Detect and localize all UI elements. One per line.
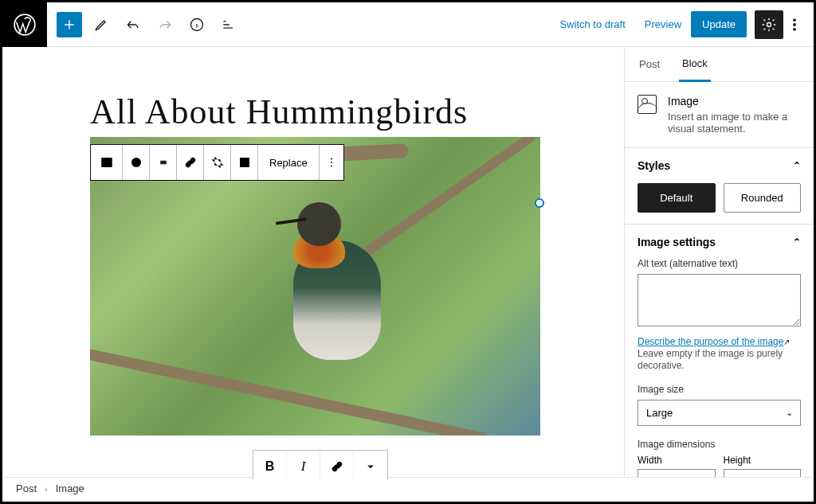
sidebar-tabs: Post Block [625,47,814,82]
text-overlay-button[interactable] [231,145,258,180]
style-rounded-button[interactable]: Rounded [724,183,802,213]
caption-more-button[interactable] [354,451,387,479]
style-default-button[interactable]: Default [638,183,716,213]
link-button[interactable] [177,145,204,180]
image-block[interactable] [90,137,540,436]
drag-icon [129,155,143,170]
crop-button[interactable] [204,145,231,180]
styles-label: Styles [638,159,670,172]
caption-toolbar: B I [253,450,388,479]
svg-point-3 [794,18,796,21]
plus-icon [61,17,77,33]
tab-block[interactable]: Block [679,47,711,82]
block-description-panel: Image Insert an image to make a visual s… [625,82,814,148]
editor-canvas[interactable]: All About Hummingbirds Replace [2,47,624,479]
document-toolbar [57,12,241,37]
image-size-label: Image size [638,384,801,395]
update-button[interactable]: Update [691,11,747,37]
chevron-up-icon: ⌃ [793,160,801,171]
crop-icon [210,155,225,170]
styles-heading[interactable]: Styles ⌃ [638,159,801,172]
outline-button[interactable] [216,12,241,37]
tab-post[interactable]: Post [636,47,663,82]
more-vertical-icon [787,17,802,33]
settings-button[interactable] [755,10,783,39]
svg-point-13 [331,166,332,167]
alt-help-text: Leave empty if the image is purely decor… [638,348,783,371]
svg-point-12 [331,162,332,163]
image-icon [638,95,657,114]
pencil-icon [93,17,109,33]
svg-rect-9 [160,161,167,165]
chevron-up-icon: ⌃ [793,236,801,248]
breadcrumb-post[interactable]: Post [16,483,37,494]
text-over-image-icon [237,155,252,170]
edit-mode-button[interactable] [88,12,114,37]
breadcrumb-image[interactable]: Image [56,483,84,494]
add-block-button[interactable] [57,12,82,37]
editor-main: All About Hummingbirds Replace [2,47,814,479]
breadcrumb-separator: › [45,484,48,494]
block-more-button[interactable] [320,145,343,180]
describe-image-link[interactable]: Describe the purpose of the image [638,336,783,347]
svg-rect-10 [240,158,249,167]
image-settings-heading[interactable]: Image settings ⌃ [638,236,801,248]
svg-point-8 [131,158,141,167]
image-size-select[interactable]: Large [638,400,801,426]
details-button[interactable] [184,12,210,37]
alt-text-label: Alt text (alternative text) [638,258,801,269]
breadcrumb-footer: Post › Image [5,477,811,499]
svg-point-2 [767,22,771,26]
styles-section: Styles ⌃ Default Rounded [625,148,814,225]
link-icon [183,155,198,170]
image-block-toolbar: Replace [90,144,344,181]
link-icon [330,459,344,474]
undo-icon [125,17,141,33]
image-content [261,193,405,376]
width-label: Width [638,455,716,466]
preview-button[interactable]: Preview [635,12,691,37]
settings-sidebar: Post Block Image Insert an image to make… [624,47,814,479]
more-vertical-icon [324,155,339,170]
italic-button[interactable]: I [287,451,320,479]
undo-button[interactable] [120,12,146,37]
redo-button[interactable] [152,12,178,37]
switch-to-draft-button[interactable]: Switch to draft [550,12,634,37]
image-settings-label: Image settings [638,236,716,248]
redo-icon [157,17,173,33]
editor-topbar: Switch to draft Preview Update [2,2,814,47]
align-button[interactable] [150,145,177,180]
close-icon [788,55,802,69]
post-title[interactable]: All About Hummingbirds [90,92,624,132]
info-icon [189,17,205,33]
chevron-down-icon [363,459,378,474]
wordpress-icon [14,14,36,36]
wordpress-logo[interactable] [2,2,47,47]
replace-button[interactable]: Replace [258,145,320,180]
bold-button[interactable]: B [253,451,287,479]
height-label: Height [724,455,802,466]
list-icon [221,17,237,33]
more-options-button[interactable] [783,10,806,39]
image-dimensions-label: Image dimensions [638,439,801,450]
block-name: Image [668,95,801,107]
block-type-button[interactable] [91,145,123,180]
block-description: Insert an image to make a visual stateme… [668,111,801,135]
align-icon [156,155,171,170]
image-icon [100,155,114,170]
close-sidebar-button[interactable] [788,55,802,73]
svg-point-5 [794,28,796,30]
svg-point-7 [104,160,106,162]
caption-link-button[interactable] [320,451,354,479]
image-settings-section: Image settings ⌃ Alt text (alternative t… [625,225,814,479]
resize-handle-right[interactable] [535,198,544,208]
svg-point-4 [794,23,796,25]
svg-point-11 [331,158,332,160]
drag-handle[interactable] [123,145,150,180]
gear-icon [761,17,777,33]
external-link-icon: ↗ [783,338,790,346]
alt-text-input[interactable] [638,274,801,326]
